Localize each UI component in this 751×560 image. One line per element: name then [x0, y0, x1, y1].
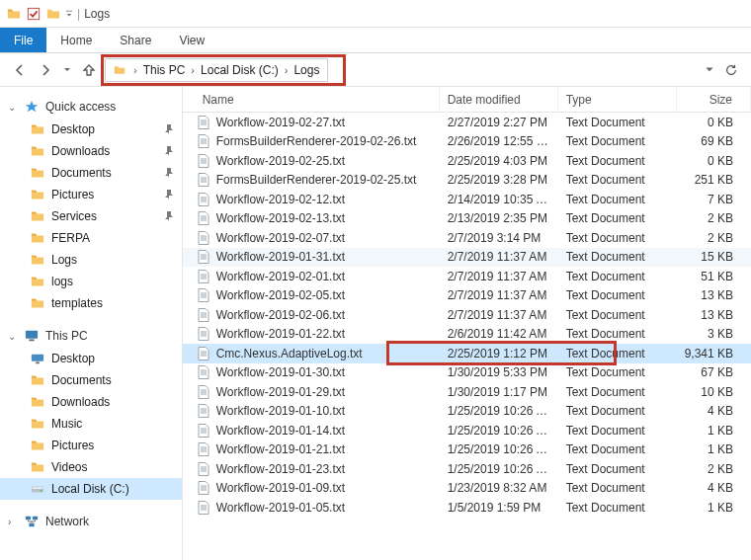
chevron-right-icon[interactable]: › [129, 64, 141, 76]
crumb-this-pc[interactable]: This PC [141, 63, 188, 77]
file-date: 1/30/2019 1:17 PM [440, 385, 558, 399]
tab-home[interactable]: Home [46, 28, 106, 52]
file-type: Text Document [558, 288, 677, 302]
chevron-right-icon[interactable]: › [187, 64, 199, 76]
sidebar-item[interactable]: Documents [0, 369, 182, 391]
forward-button[interactable] [36, 60, 55, 80]
folder-icon [30, 295, 45, 311]
col-date[interactable]: Date modified [440, 87, 558, 112]
sidebar-item[interactable]: Downloads [0, 391, 182, 413]
up-button[interactable] [79, 60, 99, 80]
file-name: Workflow-2019-01-09.txt [216, 481, 346, 495]
table-row[interactable]: Workflow-2019-02-07.txt2/7/2019 3:14 PMT… [183, 228, 751, 248]
table-row[interactable]: Workflow-2019-01-10.txt1/25/2019 10:26 A… [183, 402, 751, 422]
file-date: 2/7/2019 3:14 PM [440, 231, 558, 245]
tab-share[interactable]: Share [106, 28, 165, 52]
table-row[interactable]: Workflow-2019-02-13.txt2/13/2019 2:35 PM… [183, 209, 751, 229]
file-list-pane: Name Date modified Type Size Workflow-20… [183, 87, 751, 560]
sidebar-item[interactable]: Desktop [0, 119, 182, 140]
file-name: Workflow-2019-01-29.txt [216, 385, 346, 399]
col-type[interactable]: Type [558, 87, 677, 112]
table-row[interactable]: Workflow-2019-02-06.txt2/7/2019 11:37 AM… [183, 305, 751, 325]
file-date: 2/6/2019 11:42 AM [440, 327, 558, 341]
recent-dropdown-icon[interactable] [61, 60, 73, 80]
table-row[interactable]: Workflow-2019-01-23.txt1/25/2019 10:26 A… [183, 459, 751, 479]
sidebar-item-label: Desktop [51, 120, 95, 138]
pin-icon [164, 168, 174, 178]
qat-dropdown-icon[interactable] [65, 6, 73, 22]
table-row[interactable]: Workflow-2019-02-01.txt2/7/2019 11:37 AM… [183, 267, 751, 286]
separator: | [77, 7, 80, 21]
col-name[interactable]: Name [183, 87, 440, 112]
nav-this-pc[interactable]: ⌄ This PC [0, 324, 182, 348]
sidebar-item[interactable]: Services [0, 205, 182, 227]
col-size[interactable]: Size [677, 87, 751, 112]
table-row[interactable]: Workflow-2019-01-09.txt1/23/2019 8:32 AM… [183, 479, 751, 499]
file-size: 13 KB [677, 288, 751, 302]
sidebar-item[interactable]: Logs [0, 249, 182, 271]
sidebar-item[interactable]: templates [0, 292, 182, 314]
file-name: Workflow-2019-01-30.txt [216, 365, 346, 379]
file-type: Text Document [558, 308, 677, 322]
table-row[interactable]: Workflow-2019-01-14.txt1/25/2019 10:26 A… [183, 421, 751, 440]
file-size: 2 KB [677, 211, 751, 225]
file-name: Workflow-2019-02-27.txt [216, 116, 346, 129]
table-row[interactable]: FormsBuilderRenderer-2019-02-26.txt2/26/… [183, 132, 751, 152]
sidebar-item[interactable]: Local Disk (C:) [0, 478, 182, 500]
tab-view[interactable]: View [165, 28, 218, 52]
sidebar-item[interactable]: logs [0, 271, 182, 292]
sidebar-item-label: Pictures [51, 186, 94, 203]
file-date: 2/7/2019 11:37 AM [440, 270, 558, 283]
file-type: Text Document [558, 327, 677, 341]
sidebar-item[interactable]: FERPA [0, 227, 182, 249]
sidebar-item[interactable]: Downloads [0, 140, 182, 162]
sidebar-item-label: Downloads [51, 393, 110, 411]
table-row[interactable]: Workflow-2019-02-05.txt2/7/2019 11:37 AM… [183, 286, 751, 306]
address-dropdown-icon[interactable] [700, 60, 719, 80]
table-row[interactable]: Cmc.Nexus.AdaptiveLog.txt2/25/2019 1:12 … [183, 344, 751, 363]
file-date: 2/26/2019 12:55 PM [440, 134, 558, 148]
folder-icon [30, 121, 45, 137]
crumb-drive[interactable]: Local Disk (C:) [199, 63, 281, 77]
checkbox-icon[interactable] [26, 6, 42, 22]
file-date: 1/5/2019 1:59 PM [440, 501, 558, 515]
table-row[interactable]: Workflow-2019-01-30.txt1/30/2019 5:33 PM… [183, 363, 751, 383]
ribbon: File Home Share View [0, 28, 751, 53]
refresh-icon[interactable] [721, 60, 741, 80]
breadcrumb[interactable]: › This PC › Local Disk (C:) › Logs [105, 58, 328, 82]
sidebar-item[interactable]: Pictures [0, 184, 182, 205]
sidebar-item[interactable]: Desktop [0, 348, 182, 369]
chevron-down-icon[interactable]: ⌄ [8, 331, 18, 342]
file-name: Workflow-2019-01-21.txt [216, 442, 346, 456]
table-row[interactable]: Workflow-2019-01-29.txt1/30/2019 1:17 PM… [183, 382, 751, 402]
nav-network[interactable]: › Network [0, 510, 182, 533]
file-type: Text Document [558, 481, 677, 495]
file-size: 2 KB [677, 462, 751, 476]
table-row[interactable]: Workflow-2019-02-25.txt2/25/2019 4:03 PM… [183, 151, 751, 171]
navigation-pane[interactable]: ⌄ Quick access DesktopDownloadsDocuments… [0, 87, 183, 560]
chevron-down-icon[interactable]: ⌄ [8, 102, 18, 113]
tab-file[interactable]: File [0, 28, 46, 52]
table-row[interactable]: FormsBuilderRenderer-2019-02-25.txt2/25/… [183, 171, 751, 191]
sidebar-item[interactable]: Music [0, 413, 182, 435]
table-row[interactable]: Workflow-2019-02-27.txt2/27/2019 2:27 PM… [183, 113, 751, 132]
table-row[interactable]: Workflow-2019-02-12.txt2/14/2019 10:35 A… [183, 190, 751, 209]
chevron-right-icon[interactable]: › [8, 517, 18, 527]
sidebar-item[interactable]: Videos [0, 456, 182, 478]
sidebar-item[interactable]: Pictures [0, 435, 182, 456]
folder-icon [30, 165, 45, 181]
table-row[interactable]: Workflow-2019-01-05.txt1/5/2019 1:59 PMT… [183, 498, 751, 518]
crumb-folder[interactable]: Logs [292, 63, 321, 77]
svg-rect-9 [26, 517, 31, 520]
file-type: Text Document [558, 231, 677, 245]
titlebar: | Logs [0, 0, 751, 28]
table-row[interactable]: Workflow-2019-01-21.txt1/25/2019 10:26 A… [183, 440, 751, 460]
back-button[interactable] [10, 60, 30, 80]
table-row[interactable]: Workflow-2019-01-31.txt2/7/2019 11:37 AM… [183, 248, 751, 268]
chevron-right-icon[interactable]: › [281, 64, 292, 76]
sidebar-item[interactable]: Documents [0, 162, 182, 184]
col-label: Size [709, 93, 732, 107]
table-row[interactable]: Workflow-2019-01-22.txt2/6/2019 11:42 AM… [183, 325, 751, 345]
file-date: 2/25/2019 4:03 PM [440, 154, 558, 168]
nav-quick-access[interactable]: ⌄ Quick access [0, 95, 182, 119]
